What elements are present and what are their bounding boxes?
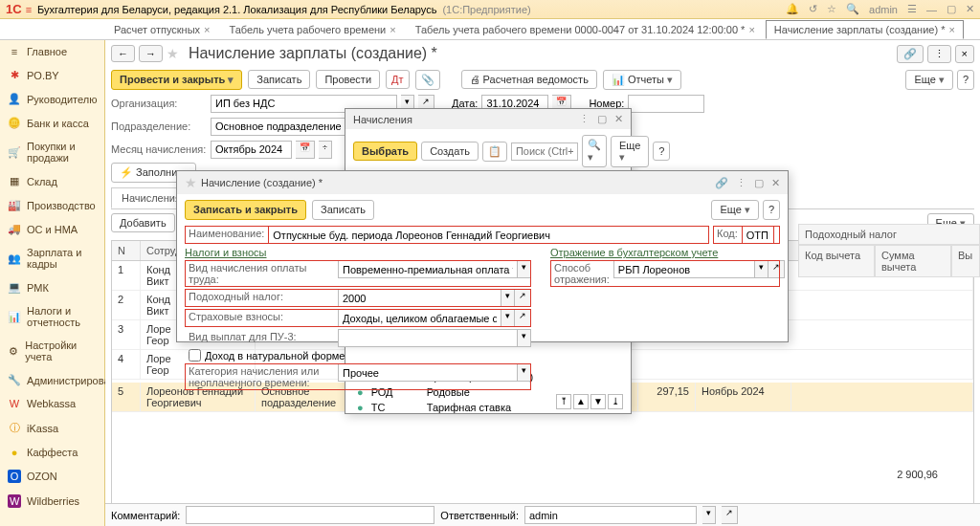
close-icon[interactable]: ✕ [614, 113, 623, 125]
bars-icon[interactable]: ☰ [907, 3, 917, 15]
sidebar-item[interactable]: 🚚ОС и НМА [0, 217, 104, 241]
sidebar-item[interactable]: 📊Налоги и отчетность [0, 299, 104, 334]
close-icon[interactable]: × [390, 24, 395, 35]
reflection-input[interactable] [613, 260, 755, 278]
history-icon[interactable]: ↺ [809, 3, 817, 15]
sidebar-item[interactable]: 🔧Администрирование [0, 368, 104, 392]
create-button[interactable]: Создать [421, 142, 479, 161]
sidebar-item[interactable]: 🏭Производство [0, 193, 104, 217]
link-icon[interactable]: 🔗 [715, 177, 728, 189]
help-button[interactable]: ? [653, 142, 670, 161]
month-input[interactable] [211, 141, 292, 159]
favorite-icon[interactable]: ★ [167, 46, 179, 61]
sidebar-item[interactable]: ●Каффеста [0, 441, 104, 464]
search-input[interactable] [511, 142, 578, 161]
more-button[interactable]: Еще [611, 136, 649, 167]
nav-first[interactable]: ⤒ [556, 394, 571, 409]
sidebar-item[interactable]: 👤Руководителю [0, 87, 104, 111]
nav-down[interactable]: ▼ [590, 394, 606, 409]
number-input[interactable] [628, 95, 704, 113]
dt-kt-icon[interactable]: Дт [386, 70, 410, 89]
tab[interactable]: Табель учета рабочего времени 0000-0047 … [407, 20, 764, 39]
nav-last[interactable]: ⤓ [608, 394, 623, 409]
search-icon[interactable]: 🔍 [846, 3, 859, 15]
link-icon[interactable]: 🔗 [897, 45, 924, 63]
sidebar-item[interactable]: ⓘiKassa [0, 415, 104, 441]
income-tax-input[interactable] [338, 289, 501, 307]
save-close-button[interactable]: Записать и закрыть [185, 200, 306, 220]
income-tax-panel: Подоходный налог Код вычета Сумма вычета… [798, 224, 980, 402]
post-button[interactable]: Провести [316, 70, 380, 89]
nav-up[interactable]: ▲ [573, 394, 589, 409]
comment-input[interactable] [186, 506, 434, 524]
bottom-bar: Комментарий: Ответственный: ▾↗ [105, 503, 980, 526]
reports-button[interactable]: 📊 Отчеты [603, 70, 681, 90]
write-button[interactable]: Записать [312, 200, 374, 220]
close-icon[interactable]: ✕ [771, 177, 780, 189]
payment-type-input[interactable] [338, 260, 518, 278]
command-bar: Провести и закрыть Записать Провести Дт … [105, 67, 980, 92]
tab[interactable]: Табель учета рабочего времени× [221, 20, 405, 39]
app-titlebar: 1C ≡ Бухгалтерия для Беларуси, редакция … [0, 0, 980, 19]
back-button[interactable]: ← [111, 45, 135, 62]
responsible-input[interactable] [524, 506, 697, 524]
payroll-button[interactable]: 🖨 Расчетная ведомость [461, 70, 597, 89]
help-button[interactable]: ? [957, 70, 974, 90]
sidebar-item[interactable]: ⚙Настройки учета [0, 334, 104, 368]
star-icon[interactable]: ☆ [827, 3, 836, 15]
close-icon[interactable]: × [948, 24, 954, 35]
app-logo: 1C [6, 2, 22, 16]
close-icon[interactable]: × [748, 24, 754, 35]
maximize-icon[interactable]: ▢ [947, 3, 956, 15]
page-title: Начисление зарплаты (создание) * [189, 45, 437, 62]
more-icon[interactable]: ⋮ [927, 45, 951, 63]
sidebar-item[interactable]: WWebkassa [0, 392, 104, 415]
add-button[interactable]: Добавить [111, 213, 175, 232]
sidebar-item[interactable]: ▦Склад [0, 169, 104, 193]
close-icon[interactable]: ✕ [966, 3, 974, 15]
more-icon[interactable]: ⋮ [736, 177, 746, 189]
sidebar-item[interactable]: 👥Зарплата и кадры [0, 241, 104, 275]
app-title: Бухгалтерия для Беларуси, редакция 2.1. … [37, 4, 436, 15]
sidebar-item[interactable]: ≡Главное [0, 40, 104, 63]
pu3-input[interactable] [338, 329, 518, 347]
favorite-icon[interactable]: ★ [185, 175, 197, 190]
more-icon[interactable]: ⋮ [579, 113, 590, 125]
sidebar-item[interactable]: WWildberries [0, 489, 104, 514]
nav-sidebar: ≡Главное✱PO.BY👤Руководителю🪙Банк и касса… [0, 40, 105, 526]
user-label[interactable]: admin [869, 4, 898, 15]
tab[interactable]: Расчет отпускных× [105, 20, 219, 39]
category-input[interactable] [338, 363, 518, 382]
menu-icon[interactable]: ≡ [26, 4, 32, 15]
sidebar-item[interactable]: 💻РМК [0, 275, 104, 299]
sidebar-item[interactable]: 🪙Банк и касса [0, 111, 104, 135]
name-input[interactable] [268, 226, 709, 244]
help-button[interactable]: ? [763, 200, 780, 220]
select-button[interactable]: Выбрать [353, 142, 417, 161]
minimize-icon[interactable]: ▢ [754, 177, 764, 189]
dialog-title: Начисление (создание) * [201, 177, 323, 188]
accrual-card-dialog: ★ Начисление (создание) * 🔗⋮▢✕ Записать … [176, 170, 789, 342]
close-icon[interactable]: × [204, 24, 210, 35]
sidebar-item[interactable]: ✱PO.BY [0, 63, 104, 87]
code-input[interactable] [742, 226, 774, 244]
close-icon[interactable]: × [955, 45, 974, 63]
write-button[interactable]: Записать [248, 70, 310, 89]
natural-income-checkbox[interactable] [189, 349, 201, 362]
attach-icon[interactable]: 📎 [415, 70, 440, 90]
search-button[interactable]: 🔍 [582, 135, 607, 167]
sidebar-item[interactable]: 🛒Покупки и продажи [0, 135, 104, 169]
minimize-icon[interactable]: — [926, 4, 937, 15]
sidebar-item[interactable]: OOZON [0, 464, 104, 489]
copy-button[interactable]: 📋 [482, 142, 507, 162]
minimize-icon[interactable]: ▢ [597, 113, 607, 125]
dialog-title: Начисления [353, 114, 412, 125]
bell-icon[interactable]: 🔔 [786, 3, 799, 15]
post-and-close-button[interactable]: Провести и закрыть [111, 70, 242, 90]
more-button[interactable]: Еще [711, 200, 758, 220]
tab-active[interactable]: Начисление зарплаты (создание) *× [766, 20, 964, 39]
insurance-input[interactable] [338, 309, 501, 327]
document-tabs: Расчет отпускных× Табель учета рабочего … [0, 19, 980, 40]
forward-button[interactable]: → [139, 45, 163, 62]
more-button[interactable]: Еще [905, 70, 952, 90]
